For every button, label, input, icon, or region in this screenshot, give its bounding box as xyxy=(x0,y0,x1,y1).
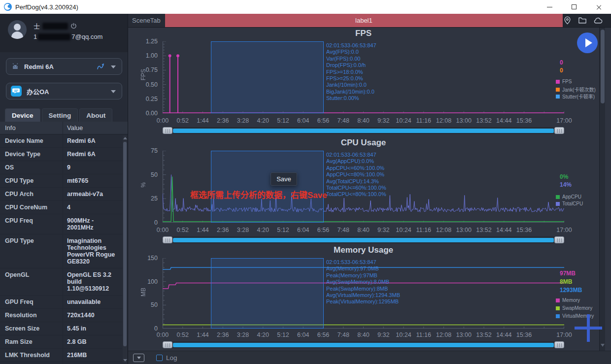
folder-icon[interactable] xyxy=(577,16,587,25)
legend-swatch xyxy=(556,298,560,302)
power-icon[interactable] xyxy=(70,23,77,29)
stat-line: Peak(SwapMemory):8MB xyxy=(326,286,400,292)
maximize-button[interactable] xyxy=(562,0,586,14)
memory-stats: 02:01:533-06:53:847Avg(Memory):97.0MBPea… xyxy=(326,259,400,305)
x-tick-label: 9:32 xyxy=(377,227,389,233)
legend-item[interactable]: Memory xyxy=(556,298,580,303)
table-row[interactable]: GPU Frequnavailable xyxy=(0,296,122,309)
y-tick-label: 0.25 xyxy=(128,96,158,102)
info-label: OpenGL xyxy=(0,268,63,295)
legend-swatch xyxy=(556,95,560,99)
table-row[interactable]: OpenGLOpenGL ES 3.2 build 1.10@5130912 xyxy=(0,268,122,296)
log-label: Log xyxy=(166,354,177,362)
cloud-icon[interactable] xyxy=(593,16,603,25)
selection-rectangle[interactable] xyxy=(211,258,324,329)
x-tick-label: 7:48 xyxy=(338,117,349,124)
scroll-down-icon[interactable] xyxy=(123,359,127,362)
x-tick-label: 15:36 xyxy=(516,117,532,124)
stat-line: Avg(VirtualMemory):1294.3MB xyxy=(326,292,400,298)
plus-icon[interactable] xyxy=(575,314,602,342)
x-tick-label: 2:36 xyxy=(217,331,229,338)
sidebar: 士 1 7@qq.com Redmi 6A xyxy=(0,14,128,364)
x-tick-label: 0:52 xyxy=(177,331,189,338)
save-button[interactable]: Save xyxy=(271,172,297,186)
main-scrollbar[interactable] xyxy=(599,28,605,351)
legend-item[interactable]: AppCPU xyxy=(556,194,581,199)
table-row[interactable]: GPU TypeImagination Technologies PowerVR… xyxy=(0,234,122,268)
y-tick-label: 25 xyxy=(128,195,158,202)
scrollbar-track[interactable] xyxy=(173,129,554,133)
x-tick-label: 9:32 xyxy=(377,117,389,124)
legend-value: 14% xyxy=(560,181,572,188)
play-button[interactable] xyxy=(577,33,598,53)
scrollbar-thumb[interactable] xyxy=(601,30,605,103)
table-scrollbar[interactable] xyxy=(123,135,127,363)
legend-item[interactable]: FPS xyxy=(556,79,572,84)
table-row[interactable]: Swap1023 MB xyxy=(0,362,122,364)
time-range-scrollbar[interactable] xyxy=(163,341,564,348)
legend-swatch xyxy=(556,88,560,92)
table-row[interactable]: LMK Threshold216MB xyxy=(0,349,122,362)
info-label: Resolution xyxy=(0,309,63,322)
legend-item[interactable]: TotalCPU xyxy=(556,201,583,206)
table-row[interactable]: CPU CoreNum4 xyxy=(0,201,122,214)
fps-stats: 02:01:533-06:53:847Avg(FPS):0.0Var(FPS):… xyxy=(326,42,376,102)
table-row[interactable]: CPU Freq900MHz - 2001MHz xyxy=(0,214,122,234)
chart-title: Memory Usage xyxy=(163,245,564,255)
close-button[interactable] xyxy=(586,0,611,14)
y-tick-label: 50 xyxy=(128,301,158,308)
stat-line: Peak(Memory):97MB xyxy=(326,272,400,279)
table-row[interactable]: Device NameRedmi 6A xyxy=(0,134,122,148)
legend-item[interactable]: Jank(卡顿次数) xyxy=(556,86,596,93)
session-label-tab[interactable]: label1 xyxy=(165,14,563,27)
stat-line: Avg(TotalCPU):14.3% xyxy=(326,178,386,185)
legend-item[interactable]: Stutter(卡顿率) xyxy=(556,93,595,100)
tab-setting[interactable]: Setting xyxy=(42,108,78,122)
tab-device[interactable]: Device xyxy=(5,108,40,122)
memory-plot[interactable]: 02:01:533-06:53:847Avg(Memory):97.0MBPea… xyxy=(163,258,564,329)
info-label: CPU Freq xyxy=(0,214,63,234)
table-row[interactable]: OS9 xyxy=(0,161,122,174)
x-tick-label: 3:28 xyxy=(237,227,249,233)
fps-plot[interactable]: 02:01:533-06:53:847Avg(FPS):0.0Var(FPS):… xyxy=(163,41,564,113)
tab-about[interactable]: About xyxy=(79,108,112,122)
scrollbar-grip-left[interactable] xyxy=(163,341,172,348)
time-range-scrollbar[interactable] xyxy=(163,127,564,134)
table-row[interactable]: Device TypeRedmi 6A xyxy=(0,148,122,161)
expand-log-button[interactable] xyxy=(133,354,144,362)
scrollbar-thumb[interactable] xyxy=(123,142,127,346)
cpu-plot[interactable]: 02:01:533-06:53:847Avg(AppCPU):0.0%AppCP… xyxy=(163,151,564,223)
info-label: GPU Type xyxy=(0,234,63,268)
selection-rectangle[interactable] xyxy=(211,41,324,113)
table-row[interactable]: Ram Size2.8 GB xyxy=(0,335,122,349)
legend-item[interactable]: SwapMemory xyxy=(556,305,592,311)
table-row[interactable]: CPU Archarmeabi-v7a xyxy=(0,188,122,201)
table-row[interactable]: Screen Size5.45 in xyxy=(0,322,122,335)
app-select[interactable]: 办公OA xyxy=(6,83,122,99)
info-value: Redmi 6A xyxy=(63,148,122,161)
legend-value: 8MB xyxy=(560,278,572,285)
x-tick-label: 13:52 xyxy=(476,117,491,124)
log-checkbox[interactable] xyxy=(156,355,163,361)
table-row[interactable]: Resolution720x1440 xyxy=(0,309,122,322)
scrollbar-grip-left[interactable] xyxy=(163,236,172,243)
stat-line: Avg(AppCPU):0.0% xyxy=(326,158,386,165)
info-value: 216MB xyxy=(63,349,122,362)
selection-rectangle[interactable] xyxy=(211,151,324,223)
minimize-button[interactable] xyxy=(537,0,562,14)
device-select[interactable]: Redmi 6A xyxy=(6,58,122,75)
scrollbar-grip-left[interactable] xyxy=(163,127,172,134)
legend-label: Jank(卡顿次数) xyxy=(562,86,596,93)
scene-tab[interactable]: SceneTab xyxy=(128,14,165,27)
column-header-value: Value xyxy=(63,122,83,134)
table-row[interactable]: CPU Typemt6765 xyxy=(0,174,122,188)
location-pin-icon[interactable] xyxy=(563,16,572,25)
scrollbar-track[interactable] xyxy=(173,238,554,242)
scroll-down-icon[interactable] xyxy=(601,344,605,347)
scrollbar-track[interactable] xyxy=(173,343,554,347)
y-tick-label: 150 xyxy=(128,255,158,262)
time-range-scrollbar[interactable] xyxy=(163,236,564,243)
scroll-up-icon[interactable] xyxy=(123,137,127,139)
legend-label: AppCPU xyxy=(562,194,581,199)
x-tick-label: 6:56 xyxy=(317,331,329,338)
